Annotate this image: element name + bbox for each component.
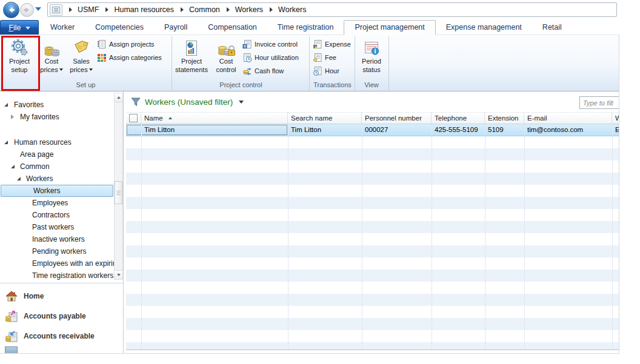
empty-grid-row[interactable] (126, 185, 619, 197)
empty-grid-row[interactable] (126, 197, 619, 209)
tree-item-human-resources[interactable]: Human resources (0, 136, 128, 148)
column-header-email[interactable]: E-mail (524, 113, 612, 124)
empty-grid-row[interactable] (126, 318, 619, 330)
tab-project-management[interactable]: Project management (344, 20, 435, 35)
cost-control-button[interactable]: Cost control (212, 37, 241, 83)
back-button[interactable] (3, 2, 19, 18)
tree-expanded-icon[interactable] (4, 141, 8, 144)
period-status-label: Period status (357, 58, 386, 74)
cell-personnel-number[interactable]: 000027 (362, 124, 432, 136)
empty-grid-row[interactable] (126, 282, 619, 294)
navigation-history-dropdown-icon[interactable] (35, 7, 41, 11)
column-header-search-name[interactable]: Search name (288, 113, 362, 124)
breadcrumb-item-human-resources[interactable]: Human resources (114, 5, 174, 14)
breadcrumb-item-workers[interactable]: Workers (235, 5, 263, 14)
breadcrumb-bar[interactable]: USMFHuman resourcesCommonWorkersWorkers (47, 2, 617, 17)
cell-email[interactable]: tim@contoso.com (524, 124, 612, 136)
column-header-personnel-number[interactable]: Personnel number (362, 113, 432, 124)
breadcrumb-item-usmf[interactable]: USMF (78, 5, 99, 14)
hour-icon (313, 66, 322, 76)
tree-item-workers[interactable]: Workers (1, 185, 113, 197)
filter-dropdown-icon[interactable] (239, 101, 244, 104)
empty-grid-row[interactable] (126, 330, 619, 342)
tree-item-favorites[interactable]: Favorites (0, 99, 128, 111)
column-header-extension[interactable]: Extension (485, 113, 524, 124)
period-status-button[interactable]: Period status (357, 37, 386, 83)
scrollbar-thumb[interactable] (115, 181, 122, 204)
empty-grid-row[interactable] (126, 221, 619, 233)
breadcrumb-item-workers[interactable]: Workers (278, 5, 306, 14)
empty-grid-row[interactable] (126, 173, 619, 185)
file-menu-button[interactable]: File (0, 20, 39, 35)
column-header-telephone[interactable]: Telephone (432, 113, 485, 124)
cell-telephone[interactable]: 425-555-5109 (432, 124, 485, 136)
tree-item-label: Area page (20, 150, 53, 159)
module-home[interactable]: Home (0, 286, 123, 306)
breadcrumb-separator-icon (227, 7, 230, 12)
cell-name[interactable]: Tim Litton (141, 124, 288, 136)
empty-grid-row[interactable] (126, 209, 619, 221)
select-all-column-header[interactable] (126, 113, 141, 124)
row-select-cell[interactable] (126, 124, 141, 136)
scroll-up-button[interactable] (115, 93, 122, 102)
coins-icon (38, 37, 65, 58)
home-icon (5, 290, 18, 303)
tree-expanded-icon[interactable] (11, 165, 15, 168)
hour-button[interactable]: Hour (313, 65, 339, 76)
tree-expanded-icon[interactable] (4, 103, 8, 107)
window-bottom-edge (0, 353, 619, 354)
scroll-down-button[interactable] (115, 270, 122, 279)
tree-collapsed-icon[interactable] (11, 114, 14, 119)
tab-payroll[interactable]: Payroll (154, 21, 198, 35)
grid-column-line (485, 124, 485, 349)
empty-grid-row[interactable] (126, 148, 619, 160)
column-header-name[interactable]: Name (141, 113, 288, 124)
select-all-checkbox[interactable] (129, 114, 138, 122)
list-page-content: Workers (Unsaved filter) Name Search nam… (124, 91, 619, 353)
breadcrumb-item-common[interactable]: Common (189, 5, 220, 14)
assign-projects-button[interactable]: Assign projects (97, 39, 155, 50)
sales-prices-button[interactable]: Sales prices (67, 37, 96, 83)
empty-grid-row[interactable] (126, 294, 619, 306)
module-accounts-receivable[interactable]: Accounts receivable (0, 326, 123, 346)
empty-grid-row[interactable] (126, 270, 619, 282)
fee-button[interactable]: Fee (313, 52, 336, 63)
forward-button[interactable] (20, 3, 34, 17)
empty-grid-row[interactable] (126, 245, 619, 257)
cell-extension[interactable]: 5109 (485, 124, 524, 136)
invoice-control-button[interactable]: Invoice control (242, 39, 298, 50)
empty-grid-row[interactable] (126, 306, 619, 318)
empty-grid-row[interactable] (126, 160, 619, 173)
tab-expense-management[interactable]: Expense management (436, 21, 532, 35)
cost-prices-button[interactable]: Cost prices (38, 37, 65, 83)
tab-time-registration[interactable]: Time registration (267, 21, 344, 35)
assign-categories-button[interactable]: Assign categories (97, 52, 162, 63)
hour-utilization-button[interactable]: Hour utilization (242, 52, 299, 63)
sidebar-scrollbar[interactable] (114, 93, 123, 280)
tree-expanded-icon[interactable] (17, 177, 21, 180)
empty-grid-row[interactable] (126, 136, 619, 148)
tab-retail[interactable]: Retail (532, 21, 572, 35)
empty-grid-row[interactable] (126, 342, 619, 349)
empty-grid-row[interactable] (126, 233, 619, 245)
cell-search-name[interactable]: Tim Litton (288, 124, 362, 136)
tab-competencies[interactable]: Competencies (85, 21, 154, 35)
tree-item-label: Human resources (14, 138, 72, 147)
ribbon: Project setup Cost prices (0, 35, 619, 91)
module-partial-icon[interactable] (5, 346, 18, 353)
tab-worker[interactable]: Worker (40, 21, 85, 35)
address-list-icon[interactable] (50, 4, 62, 16)
list-page-header: Workers (Unsaved filter) (131, 98, 244, 107)
empty-grid-row[interactable] (126, 257, 619, 270)
expense-button[interactable]: Expense (313, 39, 351, 50)
table-row-selected[interactable]: Tim Litton Tim Litton 000027 425-555-510… (126, 124, 619, 136)
breadcrumb-separator-icon (181, 7, 184, 12)
tab-compensation[interactable]: Compensation (198, 21, 267, 35)
project-statements-button[interactable]: Project statements (173, 37, 210, 83)
module-accounts-payable[interactable]: Accounts payable (0, 306, 123, 326)
cash-flow-button[interactable]: Cash flow (242, 65, 284, 76)
quick-filter-input[interactable] (579, 96, 619, 109)
tree-item-label: Common (20, 162, 50, 171)
cash-flow-label: Cash flow (255, 67, 284, 74)
tree-item-label: My favorites (20, 113, 59, 121)
